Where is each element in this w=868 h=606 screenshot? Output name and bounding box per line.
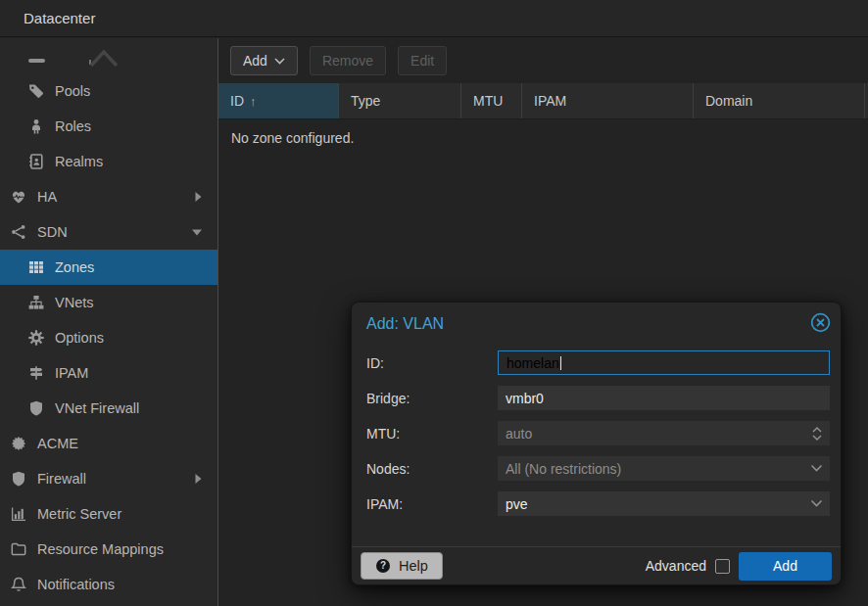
help-button-label: Help bbox=[399, 558, 428, 574]
add-submit-button[interactable]: Add bbox=[739, 552, 832, 581]
sidebar-item-label: SDN bbox=[37, 224, 68, 240]
nodes-row: Nodes:All (No restrictions) bbox=[366, 456, 830, 481]
heartbeat-icon bbox=[10, 189, 27, 205]
svg-text:?: ? bbox=[380, 560, 386, 571]
dash-icon bbox=[28, 59, 45, 63]
shield-icon bbox=[10, 471, 27, 487]
ipam-row: IPAM:pve bbox=[366, 491, 830, 516]
sidebar-item-firewall[interactable]: Firewall bbox=[0, 461, 217, 496]
sidebar-item-label: Metric Server bbox=[37, 506, 121, 522]
nodes-field[interactable]: All (No restrictions) bbox=[498, 456, 830, 481]
sidebar-item-ha[interactable]: HA bbox=[0, 179, 217, 214]
advanced-label: Advanced bbox=[646, 558, 706, 574]
ipam-value: pve bbox=[506, 496, 528, 512]
question-circle-icon: ? bbox=[375, 558, 391, 574]
sort-asc-icon: ↑ bbox=[250, 94, 257, 109]
ipam-field[interactable]: pve bbox=[498, 491, 830, 516]
sidebar-item-label: Roles bbox=[55, 118, 91, 134]
column-header-mtu[interactable]: MTU bbox=[461, 83, 522, 118]
button-label: Remove bbox=[322, 53, 373, 69]
dialog-header[interactable]: Add: VLAN bbox=[352, 303, 841, 342]
chevron-right-icon[interactable] bbox=[195, 474, 202, 484]
sidebar-item-zones[interactable]: Zones bbox=[0, 250, 217, 285]
sidebar-item-vnet-firewall[interactable]: VNet Firewall bbox=[0, 391, 217, 426]
chevron-right-icon[interactable] bbox=[195, 192, 202, 202]
advanced-checkbox[interactable] bbox=[715, 559, 730, 574]
sidebar-item-realms[interactable]: Realms bbox=[0, 144, 217, 179]
spinner-arrows-icon[interactable] bbox=[811, 421, 823, 445]
sidebar-item-label: Pools bbox=[55, 83, 90, 99]
dialog-footer: ? Help Advanced Add bbox=[352, 546, 841, 584]
button-label: Add bbox=[243, 53, 267, 69]
add-submit-label: Add bbox=[773, 558, 797, 574]
column-header-domain[interactable]: Domain bbox=[694, 83, 865, 118]
mtu-value: auto bbox=[506, 426, 532, 442]
bar-chart-icon bbox=[10, 506, 27, 522]
button-label: Edit bbox=[410, 53, 434, 69]
bridge-field[interactable]: vmbr0 bbox=[498, 386, 830, 410]
id-field[interactable]: homelan bbox=[498, 350, 830, 375]
text-cursor bbox=[560, 356, 561, 370]
sidebar-item-label: VNet Firewall bbox=[55, 400, 139, 416]
ipam-label: IPAM: bbox=[366, 496, 498, 512]
shield-icon bbox=[27, 400, 45, 416]
tags-icon bbox=[27, 83, 45, 99]
column-header-id[interactable]: ID↑ bbox=[218, 83, 339, 118]
folder-icon bbox=[10, 541, 27, 557]
column-label: MTU bbox=[473, 93, 503, 109]
sidebar-item-vnets[interactable]: VNets bbox=[0, 285, 217, 320]
remove-button[interactable]: Remove bbox=[310, 46, 386, 75]
partial-scrolled-item[interactable] bbox=[0, 38, 217, 73]
page-title: Datacenter bbox=[24, 10, 95, 26]
add-button[interactable]: Add bbox=[230, 46, 298, 75]
sidebar-item-label: Firewall bbox=[37, 471, 86, 487]
sidebar-item-pools[interactable]: Pools bbox=[0, 73, 217, 109]
mtu-field[interactable]: auto bbox=[498, 421, 830, 445]
toolbar: AddRemoveEdit bbox=[218, 38, 868, 83]
sidebar-item-label: Realms bbox=[55, 154, 103, 169]
empty-table-message: No zone configured. bbox=[218, 119, 868, 146]
mtu-label: MTU: bbox=[366, 426, 498, 442]
sidebar-item-resource-mappings[interactable]: Resource Mappings bbox=[0, 532, 217, 567]
panel-header: Datacenter bbox=[0, 0, 868, 37]
table-header-row: ID↑TypeMTUIPAMDomain bbox=[218, 83, 868, 119]
chevron-down-icon[interactable] bbox=[810, 456, 823, 481]
sidebar-item-ipam[interactable]: IPAM bbox=[0, 355, 217, 391]
add-vlan-dialog: Add: VLAN ID:homelanBridge:vmbr0MTU:auto… bbox=[351, 302, 842, 585]
map-signs-icon bbox=[27, 365, 45, 381]
chevron-up-icon bbox=[90, 49, 118, 72]
column-header-type[interactable]: Type bbox=[339, 83, 461, 118]
sidebar-item-sdn[interactable]: SDN bbox=[0, 214, 217, 250]
bridge-row: Bridge:vmbr0 bbox=[366, 386, 830, 410]
sidebar-item-label: HA bbox=[37, 189, 57, 205]
close-icon[interactable] bbox=[810, 312, 831, 333]
column-label: ID bbox=[230, 93, 244, 109]
column-label: Domain bbox=[705, 93, 752, 109]
chevron-down-icon[interactable] bbox=[810, 491, 823, 516]
bell-icon bbox=[10, 577, 27, 592]
help-button[interactable]: ? Help bbox=[361, 552, 443, 580]
sidebar-item-metric-server[interactable]: Metric Server bbox=[0, 496, 217, 532]
sidebar-item-label: Options bbox=[55, 330, 104, 346]
column-label: Type bbox=[351, 93, 380, 109]
sidebar-item-label: VNets bbox=[55, 295, 94, 310]
sidebar: PoolsRolesRealmsHASDNZonesVNetsOptionsIP… bbox=[0, 38, 218, 606]
dialog-body: ID:homelanBridge:vmbr0MTU:autoNodes:All … bbox=[352, 342, 841, 516]
sidebar-item-label: Notifications bbox=[37, 577, 115, 592]
sidebar-item-label: Resource Mappings bbox=[37, 541, 164, 557]
id-value: homelan bbox=[506, 355, 559, 371]
sidebar-item-notifications[interactable]: Notifications bbox=[0, 567, 217, 602]
sidebar-item-acme[interactable]: ACME bbox=[0, 426, 217, 461]
grid-icon bbox=[27, 259, 45, 275]
bridge-value: vmbr0 bbox=[506, 391, 544, 406]
nodes-value: All (No restrictions) bbox=[506, 461, 621, 477]
dialog-title: Add: VLAN bbox=[366, 315, 444, 333]
chevron-down-icon[interactable] bbox=[192, 229, 202, 236]
sidebar-item-roles[interactable]: Roles bbox=[0, 109, 217, 144]
sidebar-item-label: Zones bbox=[55, 259, 94, 275]
sidebar-item-options[interactable]: Options bbox=[0, 320, 217, 355]
network-icon bbox=[10, 224, 27, 240]
nodes-label: Nodes: bbox=[366, 461, 498, 477]
edit-button[interactable]: Edit bbox=[398, 46, 447, 75]
column-header-ipam[interactable]: IPAM bbox=[522, 83, 694, 118]
